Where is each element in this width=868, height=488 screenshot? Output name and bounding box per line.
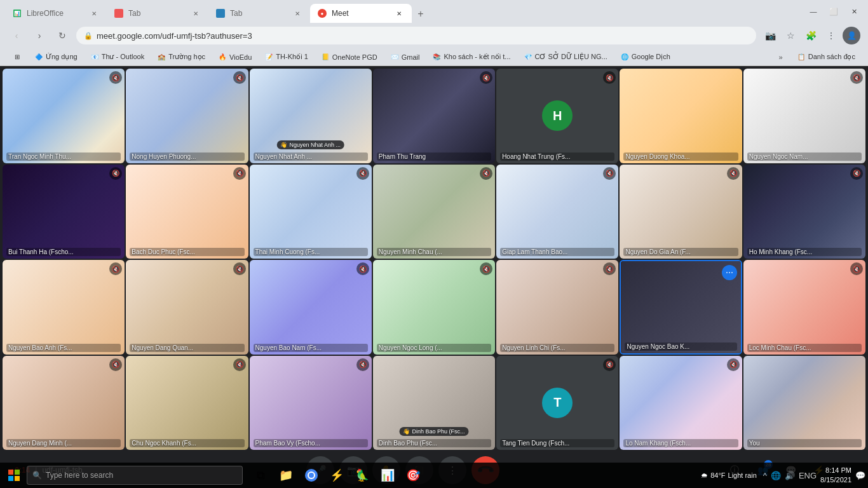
vioedu-icon: 🔥: [218, 53, 227, 62]
new-tab-button[interactable]: +: [412, 5, 430, 23]
tile-2[interactable]: 🔇 Nong Huyen Phuong...: [126, 69, 248, 163]
tile-5[interactable]: H 🔇 Hoang Nhat Trung (Fs...: [496, 69, 618, 163]
weather-icon: 🌧: [701, 471, 708, 479]
taskbar-app4[interactable]: 🎯: [402, 464, 424, 487]
bookmark-kho-sach[interactable]: 📚 Kho sách - kết nối t...: [427, 51, 515, 63]
tile-1-name: Tran Ngoc Minh Thu...: [6, 152, 121, 161]
bookmark-ung-dung-label: Ứng dụng: [46, 53, 78, 61]
tab-3-close[interactable]: ✕: [292, 8, 302, 18]
tile-27[interactable]: 🔇 Lo Nam Khang (Fsch...: [620, 356, 742, 451]
svg-text:●: ●: [321, 11, 324, 17]
tile-8[interactable]: 🔇 Bui Thanh Ha (Fscho...: [3, 165, 125, 259]
tile-10[interactable]: 🔇 Thai Minh Cuong (Fs...: [250, 165, 372, 259]
bookmark-apps[interactable]: ⊞: [8, 51, 27, 63]
tile-you[interactable]: You: [743, 356, 865, 451]
bookmark-truong[interactable]: 🏫 Trường học: [152, 51, 210, 63]
tile-19-name: Nguyen Linh Chi (Fs...: [500, 344, 614, 352]
svg-point-10: [309, 473, 314, 478]
tab-3[interactable]: Tab ✕: [208, 4, 310, 23]
profile-icon[interactable]: 👤: [843, 27, 860, 44]
taskbar-chrome[interactable]: [300, 464, 323, 487]
tab-meet-close[interactable]: ✕: [394, 8, 404, 18]
camera-browser-icon[interactable]: 📷: [761, 27, 779, 44]
tile-13[interactable]: 🔇 Nguyen Do Gia An (F...: [620, 165, 742, 259]
url-bar[interactable]: 🔒 meet.google.com/udf-umfj-tsb?authuser=…: [76, 27, 756, 44]
tile-19[interactable]: 🔇 Nguyen Linh Chi (Fs...: [496, 260, 618, 355]
tile-26[interactable]: T 🔇 Tang Tien Dung (Fsch...: [496, 356, 618, 451]
tab-2[interactable]: Tab ✕: [107, 4, 208, 23]
tab-meet[interactable]: ● Meet ✕: [310, 4, 412, 23]
tile-4[interactable]: 🔇 Pham Thu Trang: [373, 69, 495, 163]
tile-18-name: Nguyen Ngoc Long (...: [377, 344, 491, 352]
taskbar-right: 🌧 84°F Light rain ^ 🌐 🔊 ENG 8:14 PM 8/15…: [701, 466, 865, 485]
tile-21-name: Loc Minh Chau (Fsc...: [747, 344, 862, 352]
bookmark-google-dich[interactable]: 🌐 Google Dịch: [615, 51, 675, 63]
back-button[interactable]: ‹: [8, 27, 25, 44]
tab-2-close[interactable]: ✕: [191, 8, 201, 18]
tile-8-mic: 🔇: [109, 167, 122, 180]
weather-temp: 84°F: [710, 471, 725, 479]
tile-15[interactable]: 🔇 Nguyen Bao Anh (Fs...: [3, 260, 125, 355]
tile-6[interactable]: Nguyen Duong Khoa...: [620, 69, 742, 163]
tile-21-mic: 🔇: [850, 262, 863, 275]
tile-17[interactable]: 🔇 Nguyen Bao Nam (Fs...: [250, 260, 372, 355]
tile-7[interactable]: 🔇 Nguyen Ngoc Nam...: [743, 69, 865, 163]
start-button[interactable]: [3, 464, 25, 487]
reload-button[interactable]: ↻: [53, 27, 71, 44]
tile-3[interactable]: 👋Nguyen Nhat Anh ... Nguyen Nhat Anh ...: [250, 69, 372, 163]
tab-1-favicon: 📊: [13, 9, 22, 18]
settings-button[interactable]: ⋮: [822, 27, 840, 44]
tile-26-avatar: T: [542, 388, 573, 418]
bookmark-gmail[interactable]: ✉️ Gmail: [385, 51, 425, 63]
bookmark-thu-label: Thư - Outlook: [102, 53, 145, 61]
thu-icon: 📧: [90, 53, 99, 62]
tab-1[interactable]: 📊 LibreOffice ✕: [5, 4, 107, 23]
taskbar-explorer[interactable]: 📁: [275, 464, 297, 487]
tile-25[interactable]: 👋Dinh Bao Phu (Fsc... Dinh Bao Phu (Fsc.…: [373, 356, 495, 451]
tile-20[interactable]: ⋯ Nguyen Ngoc Bao K...: [620, 260, 742, 355]
tile-1[interactable]: 🔇 Tran Ngoc Minh Thu...: [3, 69, 125, 163]
bookmark-thu[interactable]: 📧 Thư - Outlook: [85, 51, 150, 63]
taskbar-task-view[interactable]: ⧉: [249, 464, 272, 487]
extensions-button[interactable]: 🧩: [802, 27, 820, 44]
bookmark-onenote[interactable]: 📒 OneNote PGD: [316, 51, 383, 63]
bookmark-kho-sach-label: Kho sách - kết nối t...: [444, 53, 510, 61]
clock[interactable]: 8:14 PM 8/15/2021: [820, 466, 851, 485]
bookmark-co-so-label: CƠ SỞ DỮ LIỆU NG...: [535, 53, 607, 61]
tile-25-speaking: 👋Dinh Bao Phu (Fsc...: [399, 427, 468, 436]
bookmark-co-so[interactable]: 💎 CƠ SỞ DỮ LIỆU NG...: [519, 51, 613, 63]
taskbar-app1[interactable]: ⚡: [325, 464, 348, 487]
tab-1-close[interactable]: ✕: [89, 8, 99, 18]
tile-14[interactable]: 🔇 Ho Minh Khang (Fsc...: [743, 165, 865, 259]
reading-list-icon: 📋: [797, 53, 806, 62]
notification-button[interactable]: 💬: [855, 471, 865, 480]
star-button[interactable]: ☆: [782, 27, 799, 44]
tile-23[interactable]: 🔇 Chu Ngoc Khanh (Fs...: [126, 356, 248, 451]
bookmark-danh-sach[interactable]: 📋 Danh sách đọc: [792, 51, 860, 63]
weather-widget[interactable]: 🌧 84°F Light rain: [701, 471, 757, 479]
forward-button[interactable]: ›: [31, 27, 48, 44]
tile-9[interactable]: 🔇 Bach Duc Phuc (Fsc...: [126, 165, 248, 259]
bookmark-th-khoi1[interactable]: 📝 TH-Khối 1: [259, 51, 313, 63]
close-button[interactable]: ✕: [845, 3, 863, 20]
taskbar-app2[interactable]: 🦜: [351, 464, 374, 487]
tile-22[interactable]: 🔇 Nguyen Dang Minh (...: [3, 356, 125, 451]
network-icon[interactable]: 🌐: [771, 471, 781, 480]
minimize-button[interactable]: —: [804, 3, 822, 20]
bookmarks-more[interactable]: »: [775, 52, 787, 62]
tile-15-name: Nguyen Bao Anh (Fs...: [6, 344, 121, 352]
tile-21[interactable]: 🔇 Loc Minh Chau (Fsc...: [743, 260, 865, 355]
bookmark-th-khoi1-label: TH-Khối 1: [276, 53, 308, 61]
tile-11[interactable]: 🔇 Nguyen Minh Chau (...: [373, 165, 495, 259]
search-bar[interactable]: 🔍 Type here to search: [27, 466, 243, 485]
chevron-up-icon[interactable]: ^: [763, 471, 767, 480]
tile-18[interactable]: 🔇 Nguyen Ngoc Long (...: [373, 260, 495, 355]
bookmark-vioedu[interactable]: 🔥 VioEdu: [213, 51, 257, 63]
volume-icon[interactable]: 🔊: [785, 471, 795, 480]
taskbar-app3[interactable]: 📊: [376, 464, 399, 487]
bookmark-ung-dung[interactable]: 🔷 Ứng dụng: [29, 51, 83, 63]
tile-12[interactable]: 🔇 Giap Lam Thanh Bao...: [496, 165, 618, 259]
tile-24[interactable]: 🔇 Pham Bao Vy (Fscho...: [250, 356, 372, 451]
tile-16[interactable]: 🔇 Nguyen Dang Quan...: [126, 260, 248, 355]
maximize-button[interactable]: ⬜: [825, 3, 843, 20]
